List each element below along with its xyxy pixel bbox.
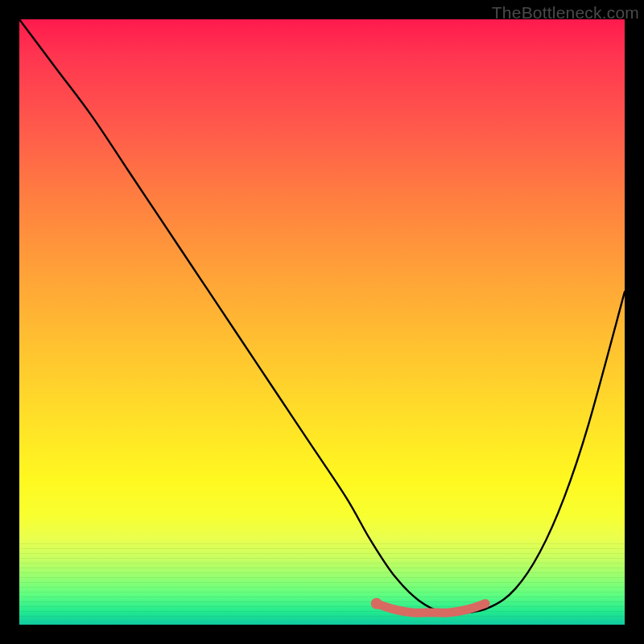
- heat-gradient: [19, 19, 625, 625]
- chart-frame: [19, 19, 625, 625]
- plot-area: [19, 19, 625, 625]
- watermark-text: TheBottleneck.com: [492, 3, 639, 23]
